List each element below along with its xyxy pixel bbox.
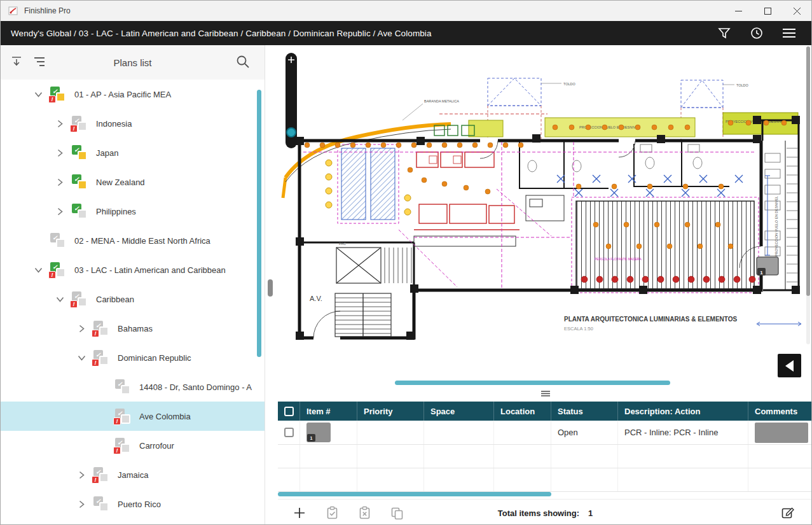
table-row-empty <box>278 468 812 492</box>
row-select-cell[interactable] <box>278 421 299 444</box>
table-row[interactable]: 1 Open PCR - Inline: PCR - Inline <box>278 421 812 445</box>
add-item-button[interactable] <box>292 505 307 521</box>
select-all-checkbox[interactable] <box>284 407 294 416</box>
toldo-label: TOLDO <box>563 82 576 86</box>
chevron-right-icon[interactable] <box>54 147 65 158</box>
column-header-space[interactable]: Space <box>423 402 493 421</box>
copy-icon <box>390 507 404 520</box>
tree-item-lac[interactable]: 03 - LAC - Latin American and Caribbean <box>1 255 265 284</box>
tree-item-indonesia[interactable]: Indonesia <box>1 109 265 138</box>
close-icon <box>794 8 801 15</box>
row-checkbox[interactable] <box>284 428 294 437</box>
description-cell[interactable]: PCR - Inline: PCR - Inline <box>617 421 748 444</box>
plan-vertical-scrollbar[interactable] <box>806 46 810 344</box>
tree-item-caribbean[interactable]: Caribbean <box>1 284 265 314</box>
stairs-elevator <box>335 248 411 337</box>
menu-button[interactable] <box>781 25 797 41</box>
tree-item-bahamas[interactable]: Bahamas <box>1 314 265 343</box>
column-header-item[interactable]: Item # <box>299 402 357 421</box>
zoom-slider[interactable] <box>286 53 297 148</box>
panel-splitter[interactable] <box>265 45 278 525</box>
chevron-down-icon[interactable] <box>32 264 44 276</box>
collapse-panel-button[interactable] <box>778 354 801 377</box>
tree-item-14408-santo-domingo[interactable]: 14408 - Dr, Santo Domingo - A <box>1 372 265 402</box>
plan-viewer[interactable]: TOLDO TOLDO BARANDA METALICA PROYECCION … <box>278 45 812 388</box>
plan-status-icon <box>115 408 132 424</box>
chevron-right-icon[interactable] <box>54 118 65 129</box>
minimize-icon <box>735 8 742 15</box>
sidebar-scrollbar[interactable] <box>257 90 261 357</box>
status-cell[interactable]: Open <box>551 421 617 444</box>
report-button[interactable] <box>781 505 796 523</box>
plan-vertical-scrollbar-thumb[interactable] <box>806 46 810 296</box>
priority-cell[interactable] <box>357 421 423 444</box>
plus-icon <box>293 507 306 519</box>
toldo-label: TOLDO <box>736 83 749 87</box>
table-horizontal-scrollbar[interactable] <box>278 492 551 496</box>
window-title: Finishline Pro <box>24 6 71 15</box>
tree-item-new-zealand[interactable]: New Zealand <box>1 167 265 197</box>
alert-badge-icon <box>113 417 121 425</box>
column-header-priority[interactable]: Priority <box>357 402 423 421</box>
zoom-slider-handle[interactable] <box>286 127 296 137</box>
back-arrow-icon <box>785 360 794 372</box>
column-header-status[interactable]: Status <box>551 402 617 421</box>
tree-item-puerto-rico[interactable]: Puerto Rico <box>1 489 265 519</box>
tree-item-japan[interactable]: Japan <box>1 138 265 167</box>
tree-item-ap-asia-pacific[interactable]: 01 - AP - Asia Pacific MEA <box>1 80 265 109</box>
reject-items-button[interactable] <box>357 505 372 521</box>
plan-table-divider[interactable] <box>278 388 812 402</box>
comments-cell[interactable] <box>748 421 812 444</box>
chevron-right-icon[interactable] <box>76 323 87 334</box>
chevron-down-icon[interactable] <box>32 88 44 100</box>
location-cell[interactable] <box>493 421 551 444</box>
alert-badge-icon <box>48 271 56 279</box>
search-button[interactable] <box>235 54 251 72</box>
chevron-down-icon[interactable] <box>54 293 65 305</box>
plan-status-icon <box>50 86 67 102</box>
select-all-cell[interactable] <box>278 402 299 421</box>
floor-plan-canvas[interactable]: TOLDO TOLDO BARANDA METALICA PROYECCION … <box>278 45 812 382</box>
duplicate-items-button[interactable] <box>389 505 404 521</box>
total-items-summary: Total items showing: 1 <box>498 500 593 525</box>
chevron-down-icon[interactable] <box>76 352 87 363</box>
plan-item-pin[interactable]: 1 <box>757 257 778 276</box>
chevron-right-icon[interactable] <box>54 206 65 217</box>
tree-item-ave-colombia[interactable]: Ave Colombia <box>1 402 265 431</box>
tree-item-carrofour[interactable]: Carrofour <box>1 431 265 460</box>
column-header-comments[interactable]: Comments <box>748 402 812 421</box>
pergola-label: PERGOLA FLOTANTE MADERA <box>595 257 642 261</box>
close-button[interactable] <box>782 1 811 21</box>
divider-grip-icon[interactable] <box>540 390 551 396</box>
tree-item-mena[interactable]: 02 - MENA - Middle East North Africa <box>1 226 265 255</box>
zoom-in-icon[interactable] <box>288 57 294 63</box>
plan-status-icon <box>93 320 110 337</box>
space-cell[interactable] <box>423 421 493 444</box>
item-number-cell[interactable]: 1 <box>299 421 357 444</box>
column-header-description[interactable]: Description: Action <box>617 402 748 421</box>
alert-badge-icon <box>92 476 99 484</box>
restroom-fixtures <box>528 144 702 172</box>
chevron-right-icon[interactable] <box>76 469 87 480</box>
maximize-button[interactable] <box>753 1 782 21</box>
filter-icon <box>717 26 731 40</box>
title-bar: Finishline Pro <box>1 1 811 21</box>
chevron-right-icon[interactable] <box>76 498 87 510</box>
tree-item-jamaica[interactable]: Jamaica <box>1 460 265 489</box>
splitter-grip[interactable] <box>268 279 273 297</box>
item-thumbnail[interactable]: 1 <box>306 423 331 442</box>
breadcrumb[interactable]: Wendy's Global / 03 - LAC - Latin Americ… <box>11 29 432 38</box>
filter-button[interactable] <box>717 25 732 41</box>
chevron-right-icon[interactable] <box>54 176 65 188</box>
tree-item-philippines[interactable]: Philippines <box>1 197 265 226</box>
minimize-button[interactable] <box>724 1 753 21</box>
comments-thumbnail[interactable] <box>755 423 808 443</box>
alert-badge-icon <box>92 330 99 337</box>
item-pin-badge: 1 <box>307 434 315 442</box>
tree-item-dominican-republic[interactable]: Dominican Republic <box>1 343 265 372</box>
history-button[interactable] <box>749 25 764 41</box>
column-header-location[interactable]: Location <box>493 402 551 421</box>
approve-items-button[interactable] <box>324 505 340 521</box>
plan-horizontal-scrollbar[interactable] <box>395 381 670 385</box>
shelving-hatched <box>338 144 399 223</box>
